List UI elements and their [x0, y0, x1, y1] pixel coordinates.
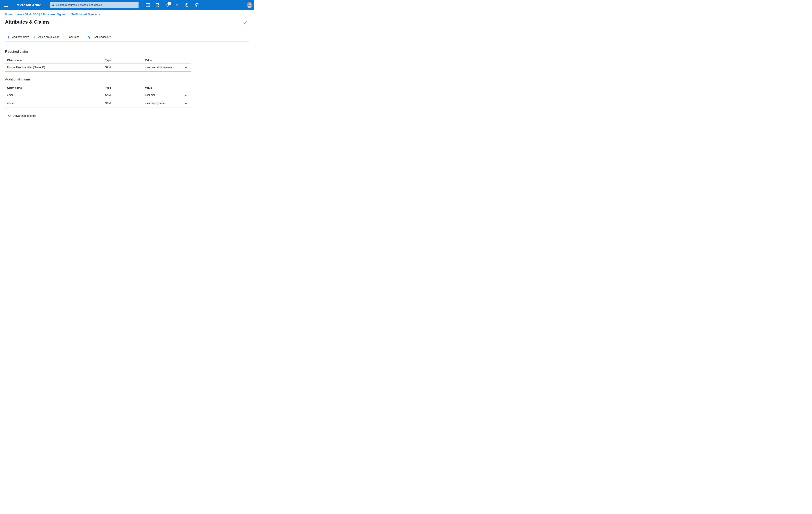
svg-text:?: ?	[186, 4, 187, 6]
avatar-silhouette-body	[247, 6, 252, 8]
columns-label: Columns	[69, 35, 79, 38]
chevron-down-icon	[8, 115, 11, 117]
type-cell: SAML	[105, 66, 145, 69]
breadcrumb-home-link[interactable]: Home	[5, 13, 12, 16]
add-new-claim-button[interactable]: Add new claim	[7, 35, 29, 38]
avatar-silhouette-head	[249, 3, 251, 5]
hamburger-menu-button[interactable]	[2, 2, 10, 8]
title-more-options-button[interactable]: ···	[62, 21, 67, 23]
search-input[interactable]	[56, 3, 137, 7]
plus-icon	[7, 36, 10, 38]
table-header-row: Claim name Type Value	[5, 57, 191, 63]
notification-count-badge[interactable]: 6	[168, 2, 171, 5]
add-group-claim-button[interactable]: Add a group claim	[33, 35, 59, 38]
column-header-type: Type	[105, 86, 145, 89]
feedback-button[interactable]	[192, 0, 201, 10]
table-row[interactable]: name SAML user.displayname •••	[5, 99, 191, 107]
got-feedback-button[interactable]: Got feedback?	[88, 35, 111, 39]
breadcrumb-chevron-icon: >	[68, 13, 69, 16]
cloud-shell-icon	[146, 3, 150, 7]
settings-button[interactable]	[172, 0, 182, 10]
column-header-value: Value	[145, 86, 181, 89]
directory-filter-icon	[155, 3, 160, 7]
command-bar: Add new claim Add a group claim	[5, 34, 111, 40]
top-bar: Microsoft Azure	[0, 0, 254, 10]
table-row[interactable]: email SAML user.mail •••	[5, 91, 191, 99]
got-feedback-label: Got feedback?	[94, 35, 111, 38]
directory-filter-button[interactable]	[153, 0, 163, 10]
breadcrumb-chevron-icon: >	[14, 13, 16, 16]
breadcrumb-app-link[interactable]: Azure SAML SSO | SAML-based Sign-on	[17, 13, 66, 16]
app-title[interactable]: Microsoft Azure	[17, 3, 41, 7]
page-title: Attributes & Claims	[5, 19, 50, 25]
column-header-value: Value	[145, 59, 181, 62]
column-header-type: Type	[105, 59, 145, 62]
required-claim-table: Claim name Type Value Unique User Identi…	[5, 57, 191, 72]
feedback-person-icon	[88, 35, 91, 39]
hamburger-icon	[4, 4, 8, 7]
search-icon	[52, 4, 55, 6]
claim-name-cell: name	[5, 102, 105, 105]
table-header-row: Claim name Type Value	[5, 85, 191, 91]
header-icon-group: 6 ?	[143, 0, 201, 10]
close-icon	[244, 21, 247, 24]
breadcrumb: Home > Azure SAML SSO | SAML-based Sign-…	[5, 13, 100, 16]
value-cell: user.displayname	[145, 102, 181, 105]
required-claim-heading: Required claim	[5, 50, 28, 53]
more-options-button[interactable]: •••	[181, 66, 191, 69]
column-header-claim-name: Claim name	[5, 86, 105, 89]
advanced-settings-label: Advanced settings	[13, 114, 36, 117]
add-new-claim-label: Add new claim	[12, 35, 29, 38]
type-cell: SAML	[105, 102, 145, 105]
plus-icon	[33, 36, 36, 38]
close-blade-button[interactable]	[243, 20, 248, 25]
table-row[interactable]: Unique User Identifier (Name ID) SAML us…	[5, 63, 191, 72]
account-avatar[interactable]	[247, 2, 253, 8]
more-options-button[interactable]: •••	[181, 94, 191, 97]
global-search-box[interactable]	[50, 2, 139, 8]
breadcrumb-chevron-icon: >	[98, 13, 100, 16]
type-cell: SAML	[105, 93, 145, 97]
gear-icon	[175, 3, 179, 7]
more-options-button[interactable]: •••	[181, 102, 191, 105]
additional-claims-heading: Additional claims	[5, 77, 31, 81]
value-cell: user.mail	[145, 93, 181, 97]
value-cell: user.userprincipalname [...	[145, 66, 181, 69]
columns-icon	[63, 36, 67, 38]
notifications-button[interactable]: 6	[163, 0, 172, 10]
help-button[interactable]: ?	[182, 0, 192, 10]
feedback-person-icon	[194, 3, 199, 7]
add-group-claim-label: Add a group claim	[38, 35, 59, 38]
columns-button[interactable]: Columns	[63, 35, 79, 38]
breadcrumb-sso-link[interactable]: SAML-based Sign-on	[71, 13, 97, 16]
cloud-shell-button[interactable]	[143, 0, 153, 10]
additional-claims-table: Claim name Type Value email SAML user.ma…	[5, 85, 191, 107]
column-header-claim-name: Claim name	[5, 59, 105, 62]
claim-name-cell: email	[5, 93, 105, 97]
advanced-settings-expander[interactable]: Advanced settings	[8, 114, 36, 117]
claim-name-cell: Unique User Identifier (Name ID)	[5, 66, 105, 69]
help-icon: ?	[185, 3, 189, 7]
